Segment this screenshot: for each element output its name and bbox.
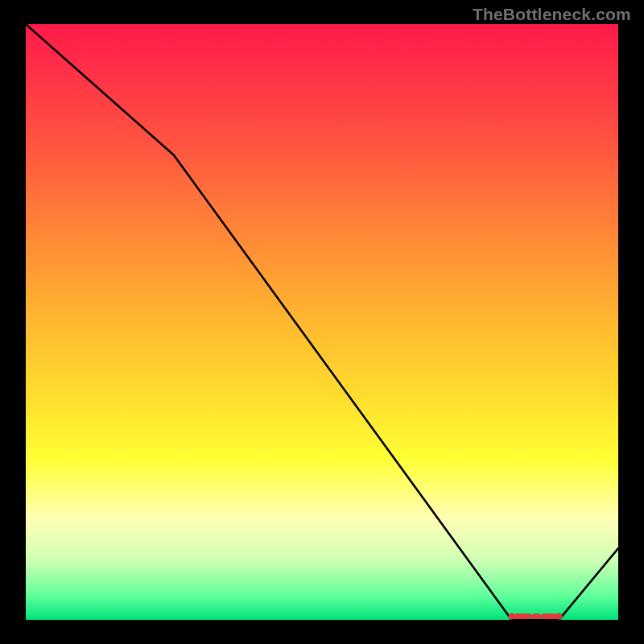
watermark-text: TheBottleneck.com — [473, 5, 631, 24]
chart-svg — [26, 24, 618, 620]
main-curve — [26, 24, 618, 620]
trough-marker-group — [508, 613, 562, 619]
chart-overlay — [26, 24, 618, 620]
chart-frame: TheBottleneck.com — [0, 0, 644, 644]
